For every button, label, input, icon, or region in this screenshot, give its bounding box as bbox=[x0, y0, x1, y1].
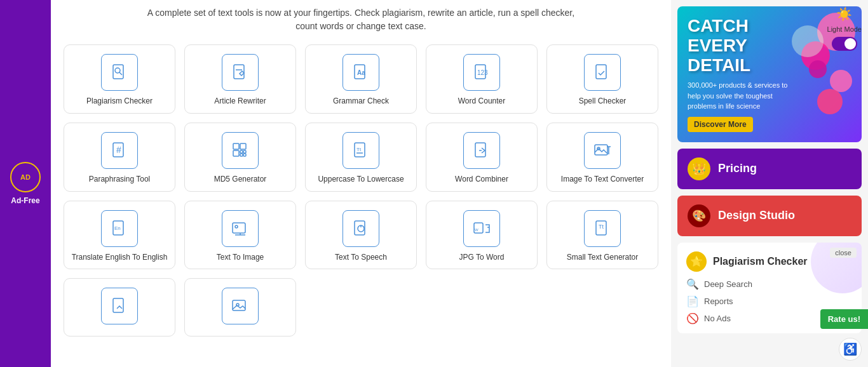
pricing-button[interactable]: 👑 Pricing bbox=[677, 149, 862, 189]
sidebar-left: AD Ad-Free bbox=[0, 0, 51, 367]
svg-rect-9 bbox=[596, 65, 606, 79]
design-studio-button[interactable]: 🎨 Design Studio bbox=[677, 196, 862, 236]
tool16-icon bbox=[101, 288, 138, 324]
text-image-icon bbox=[222, 210, 259, 247]
tool-16[interactable] bbox=[64, 278, 175, 337]
svg-text:W: W bbox=[475, 228, 478, 232]
svg-rect-17 bbox=[240, 154, 243, 156]
plagiarism-checker-label: Plagiarism Checker bbox=[86, 96, 153, 107]
word-combiner-label: Word Combiner bbox=[455, 174, 508, 185]
svg-rect-0 bbox=[113, 65, 123, 79]
svg-rect-14 bbox=[233, 150, 239, 156]
grammar-check-label: Grammar Check bbox=[333, 96, 389, 107]
tool17-icon bbox=[222, 288, 259, 324]
spell-checker-icon bbox=[584, 54, 621, 91]
tool-grid: Plagiarism Checker Article Rewriter Aa G… bbox=[64, 44, 658, 337]
text-image-label: Text To Image bbox=[217, 252, 264, 263]
text-speech-label: Text To Speech bbox=[335, 252, 387, 263]
svg-text:Aa: Aa bbox=[357, 69, 365, 76]
svg-text:En: En bbox=[114, 225, 121, 231]
svg-rect-40 bbox=[113, 298, 123, 312]
sun-icon: ☀️ bbox=[836, 6, 852, 22]
svg-text:#: # bbox=[116, 145, 121, 155]
tool-spell-checker[interactable]: Spell Checker bbox=[546, 44, 658, 114]
svg-rect-15 bbox=[240, 150, 243, 153]
tool-text-image[interactable]: Text To Image bbox=[184, 201, 296, 270]
svg-rect-16 bbox=[243, 150, 246, 153]
tool-word-combiner[interactable]: Word Combiner bbox=[426, 123, 538, 192]
tool-paraphrasing[interactable]: # Paraphrasing Tool bbox=[64, 123, 175, 192]
spell-checker-label: Spell Checker bbox=[579, 96, 627, 107]
deep-search-icon: 🔍 bbox=[686, 278, 699, 290]
svg-point-30 bbox=[235, 225, 238, 228]
svg-text:Tt: Tt bbox=[356, 147, 362, 152]
rate-us-button[interactable]: Rate us! bbox=[820, 309, 868, 329]
tool-plagiarism-checker[interactable]: Plagiarism Checker bbox=[64, 44, 175, 114]
md5-label: MD5 Generator bbox=[214, 174, 267, 185]
design-studio-label: Design Studio bbox=[718, 209, 795, 222]
ad-free-badge[interactable]: AD bbox=[10, 162, 41, 192]
paraphrasing-icon: # bbox=[101, 132, 138, 169]
tool-jpg-word[interactable]: W JPG To Word bbox=[426, 201, 538, 270]
tool-small-text[interactable]: Tt Small Text Generator bbox=[546, 201, 658, 270]
tool-md5[interactable]: MD5 Generator bbox=[184, 123, 296, 192]
deep-search-label: Deep Search bbox=[704, 279, 752, 289]
crown-icon: 👑 bbox=[688, 157, 710, 180]
uppercase-icon: Tt bbox=[342, 132, 379, 169]
close-button[interactable]: close bbox=[830, 248, 857, 258]
word-combiner-icon bbox=[463, 132, 500, 169]
ad-banner-sub: 300,000+ products & services to help you… bbox=[688, 80, 789, 112]
feature-reports: 📄 Reports bbox=[686, 295, 853, 307]
top-right-controls: ☀️ Light Mode bbox=[827, 6, 862, 51]
jpg-word-label: JPG To Word bbox=[459, 252, 505, 263]
pricing-label: Pricing bbox=[718, 162, 757, 175]
ad-banner-title: CATCH EVERY DETAIL bbox=[688, 17, 789, 75]
translate-label: Translate English To English bbox=[72, 252, 168, 263]
md5-icon bbox=[222, 132, 259, 169]
svg-point-1 bbox=[115, 68, 120, 73]
tool-17[interactable] bbox=[184, 278, 296, 337]
accessibility-button[interactable]: ♿ bbox=[839, 338, 862, 361]
no-ads-icon: 🚫 bbox=[686, 312, 699, 324]
reports-label: Reports bbox=[704, 297, 733, 306]
no-ads-label: No Ads bbox=[704, 314, 731, 323]
light-mode-label: Light Mode bbox=[827, 25, 862, 33]
tool-article-rewriter[interactable]: Article Rewriter bbox=[184, 44, 296, 114]
ad-badge-text: AD bbox=[20, 173, 31, 181]
tool-text-speech[interactable]: Text To Speech bbox=[305, 201, 417, 270]
text-speech-icon bbox=[342, 210, 379, 247]
small-text-icon: Tt bbox=[584, 210, 621, 247]
paraphrasing-label: Paraphrasing Tool bbox=[89, 174, 151, 185]
svg-rect-33 bbox=[355, 221, 365, 235]
light-mode-toggle[interactable] bbox=[832, 37, 857, 51]
small-text-label: Small Text Generator bbox=[567, 252, 639, 263]
main-content: A complete set of text tools is now at y… bbox=[51, 0, 671, 367]
svg-rect-18 bbox=[243, 154, 246, 156]
word-counter-icon: 123 bbox=[463, 54, 500, 91]
article-rewriter-label: Article Rewriter bbox=[214, 96, 266, 107]
uppercase-label: Uppercase To Lowercase bbox=[318, 174, 403, 185]
tagline: A complete set of text tools is now at y… bbox=[64, 6, 658, 33]
plagiarism-star-icon: ⭐ bbox=[686, 251, 707, 272]
image-text-icon bbox=[584, 132, 621, 169]
discover-more-button[interactable]: Discover More bbox=[688, 117, 753, 132]
ad-free-label: Ad-Free bbox=[11, 196, 39, 205]
plagiarism-card-title: Plagiarism Checker bbox=[713, 256, 808, 267]
image-text-label: Image To Text Converter bbox=[561, 174, 644, 185]
plagiarism-checker-icon bbox=[101, 54, 138, 91]
svg-text:Tt: Tt bbox=[599, 224, 604, 230]
tool-grammar-check[interactable]: Aa Grammar Check bbox=[305, 44, 417, 114]
tool-word-counter[interactable]: 123 Word Counter bbox=[426, 44, 538, 114]
toggle-knob bbox=[844, 38, 856, 50]
translate-icon: En bbox=[101, 210, 138, 247]
svg-line-2 bbox=[119, 72, 122, 75]
tool-translate[interactable]: En Translate English To English bbox=[64, 201, 175, 270]
grammar-check-icon: Aa bbox=[342, 54, 379, 91]
jpg-word-icon: W bbox=[463, 210, 500, 247]
reports-icon: 📄 bbox=[686, 295, 699, 307]
article-rewriter-icon bbox=[222, 54, 259, 91]
tool-image-text[interactable]: Image To Text Converter bbox=[546, 123, 658, 192]
svg-rect-29 bbox=[233, 223, 245, 233]
tool-uppercase[interactable]: Tt Uppercase To Lowercase bbox=[305, 123, 417, 192]
svg-rect-13 bbox=[240, 143, 246, 149]
